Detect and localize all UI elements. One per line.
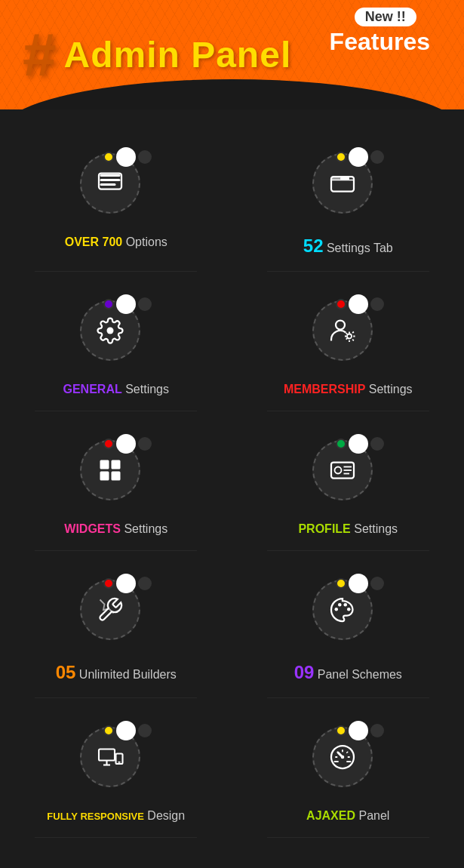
tools-icon xyxy=(97,596,124,623)
dot-dark-general xyxy=(138,297,152,311)
dots-membership xyxy=(336,294,384,314)
dot-white-options xyxy=(116,147,136,167)
dot-red-membership xyxy=(336,299,346,309)
hash-icon: # xyxy=(23,25,57,85)
svg-rect-10 xyxy=(100,460,109,469)
header-content: # Admin Panel xyxy=(0,0,464,109)
feature-cell-widgets: WIDGETS Settings xyxy=(0,411,232,551)
svg-rect-11 xyxy=(112,460,121,469)
dot-dark-membership xyxy=(370,297,384,311)
number-ajaxed: AJAXED xyxy=(306,809,355,822)
feature-cell-settings-tab: 52 Settings Tab xyxy=(232,125,465,272)
list-icon xyxy=(97,170,124,197)
icon-wrapper-settings-tab xyxy=(312,147,384,219)
label-schemes: 09 Panel Schemes xyxy=(294,662,402,683)
icon-wrapper-builders xyxy=(80,574,152,645)
svg-rect-13 xyxy=(112,472,121,481)
svg-rect-1 xyxy=(100,179,121,181)
dot-white-tab xyxy=(349,147,368,167)
svg-point-22 xyxy=(347,608,351,611)
icon-wrapper-profile xyxy=(312,434,384,506)
label-text-general: Settings xyxy=(125,383,169,396)
label-general: GENERAL Settings xyxy=(63,383,170,396)
widgets-icon xyxy=(97,457,124,484)
features-grid: OVER 700 Options xyxy=(0,125,464,838)
tab-icon xyxy=(329,170,356,197)
dots-options xyxy=(103,147,152,167)
label-ajaxed: AJAXED Panel xyxy=(306,809,389,823)
icon-wrapper-general xyxy=(80,294,152,366)
responsive-icon xyxy=(97,743,124,771)
dots-settings-tab xyxy=(336,147,384,167)
feature-cell-membership: MEMBERSHIP Settings xyxy=(232,272,465,411)
dots-widgets xyxy=(103,434,152,454)
label-text-profile: Settings xyxy=(354,522,398,535)
dot-white-widgets xyxy=(116,434,136,454)
person-gear-icon xyxy=(329,317,356,344)
dot-dark-widgets xyxy=(138,437,152,451)
dots-schemes xyxy=(336,574,384,593)
dot-red-builders xyxy=(103,578,114,589)
svg-rect-23 xyxy=(99,749,115,761)
number-widgets: WIDGETS xyxy=(64,522,121,535)
label-text-widgets: Settings xyxy=(124,522,167,535)
label-profile: PROFILE Settings xyxy=(298,522,398,536)
dot-white-profile xyxy=(349,434,368,454)
svg-point-21 xyxy=(343,603,347,607)
dot-dark-options xyxy=(138,150,152,164)
dot-yellow-options xyxy=(103,152,114,162)
icon-wrapper-membership xyxy=(312,294,384,366)
dot-dark-schemes xyxy=(370,577,384,590)
dot-yellow-schemes xyxy=(336,578,346,589)
dot-white-membership xyxy=(349,294,368,314)
icon-wrapper-ajaxed xyxy=(312,721,384,793)
label-text-tab: Settings Tab xyxy=(327,242,393,254)
feature-cell-profile: PROFILE Settings xyxy=(232,411,465,551)
dots-profile xyxy=(336,434,384,454)
dot-purple-general xyxy=(103,299,114,309)
label-responsive: FULLY RESPONSIVE Design xyxy=(47,809,185,823)
feature-cell-schemes: 09 Panel Schemes xyxy=(232,551,465,698)
label-text-membership: Settings xyxy=(369,383,413,396)
icon-wrapper-options xyxy=(80,147,152,219)
dot-dark-ajaxed xyxy=(370,724,384,737)
feature-cell-options: OVER 700 Options xyxy=(0,125,232,272)
feature-cell-responsive: FULLY RESPONSIVE Design xyxy=(0,698,232,838)
number-options: OVER 700 xyxy=(65,235,122,248)
svg-point-9 xyxy=(347,334,352,339)
dot-white-schemes xyxy=(349,574,368,593)
number-membership: MEMBERSHIP xyxy=(284,383,365,396)
gear-icon xyxy=(97,317,124,344)
page-title: Admin Panel xyxy=(64,34,292,75)
label-widgets: WIDGETS Settings xyxy=(64,522,167,536)
label-membership: MEMBERSHIP Settings xyxy=(284,383,413,396)
dot-green-profile xyxy=(336,439,346,449)
dot-white-builders xyxy=(116,574,136,593)
palette-icon xyxy=(329,596,356,623)
svg-rect-0 xyxy=(100,174,121,177)
number-profile: PROFILE xyxy=(298,522,350,535)
profile-card-icon xyxy=(329,457,356,484)
icon-wrapper-widgets xyxy=(80,434,152,506)
dots-builders xyxy=(103,574,152,593)
label-text-builders: Unlimited Builders xyxy=(79,668,177,681)
label-text-ajaxed: Panel xyxy=(358,809,389,822)
number-builders: 05 xyxy=(56,662,76,682)
main-content: OVER 700 Options xyxy=(0,109,464,868)
label-settings-tab: 52 Settings Tab xyxy=(303,235,393,257)
svg-point-15 xyxy=(334,467,341,474)
dot-white-general xyxy=(116,294,136,314)
dots-responsive xyxy=(103,721,152,740)
feature-cell-builders: 05 Unlimited Builders xyxy=(0,551,232,698)
header: # Admin Panel New !! Features xyxy=(0,0,464,109)
speedometer-icon xyxy=(329,743,356,771)
svg-point-28 xyxy=(341,756,345,759)
svg-point-20 xyxy=(338,603,342,607)
dots-general xyxy=(103,294,152,314)
number-schemes: 09 xyxy=(294,662,315,682)
label-builders: 05 Unlimited Builders xyxy=(56,662,177,683)
dot-yellow-ajaxed xyxy=(336,725,346,736)
label-text-responsive: Design xyxy=(147,809,185,822)
dot-yellow-tab xyxy=(336,152,346,162)
label-text-options: Options xyxy=(126,235,167,248)
